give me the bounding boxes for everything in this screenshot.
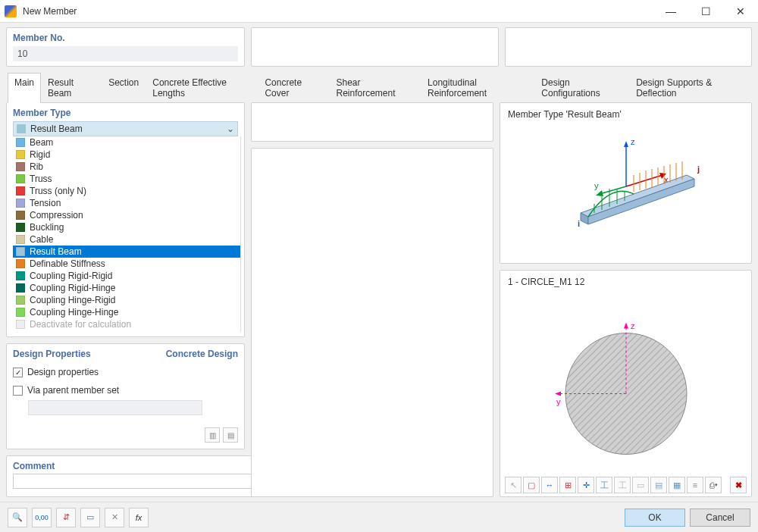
tab-shear-reinforcement[interactable]: Shear Reinforcement — [329, 73, 421, 103]
swatch-icon — [16, 235, 25, 244]
minimize-button[interactable]: ― — [653, 0, 688, 23]
swatch-icon — [16, 320, 25, 329]
list-item[interactable]: Coupling Hinge-Rigid — [13, 294, 240, 306]
tab-concrete-cover[interactable]: Concrete Cover — [258, 73, 329, 103]
member-type-listbox[interactable]: BeamRigidRibTrussTruss (only N)TensionCo… — [13, 136, 241, 332]
list-item[interactable]: Cable — [13, 233, 240, 246]
swatch-icon — [16, 308, 25, 317]
list-item-label: Tension — [30, 198, 61, 208]
tab-concrete-eff-lengths[interactable]: Concrete Effective Lengths — [146, 73, 258, 103]
swatch-icon — [16, 259, 25, 268]
member-type-preview-panel: Member Type 'Result Beam' z y x — [500, 102, 752, 264]
swatch-icon — [16, 271, 25, 280]
reset-icon[interactable]: ✖ — [730, 477, 747, 493]
units-icon[interactable]: ⇵ — [56, 508, 76, 527]
cancel-button[interactable]: Cancel — [690, 509, 750, 527]
beam-3d-preview: z y x — [535, 130, 717, 243]
list-item-label: Truss — [30, 174, 52, 184]
list-item[interactable]: Compression — [13, 209, 240, 221]
swatch-icon — [16, 296, 25, 305]
member-type-label: Member Type — [10, 108, 241, 118]
chevron-down-icon: ⌄ — [227, 124, 234, 134]
mid-panel-2 — [251, 148, 493, 497]
tab-result-beam[interactable]: Result Beam — [41, 73, 102, 103]
list-item-label: Definable Stiffness — [30, 258, 105, 269]
list-item-label: Coupling Hinge-Rigid — [30, 295, 115, 305]
preview-toolbar: ↖ ▢ ↔ ⊞ ✛ 工 工 ▭ ▤ ▦ ≡ ⎙▾ ✖ — [505, 477, 747, 493]
member-type-selected: Result Beam — [30, 124, 227, 134]
list-item-label: Compression — [30, 210, 83, 221]
axis-xyz-icon[interactable]: ✛ — [578, 477, 594, 493]
swatch-icon — [16, 211, 25, 220]
grid-ref-icon[interactable]: ⊞ — [559, 477, 576, 493]
list-item[interactable]: Tension — [13, 197, 240, 209]
tab-section[interactable]: Section — [102, 73, 146, 103]
svg-marker-35 — [555, 391, 561, 396]
list-item[interactable]: Coupling Hinge-Hinge — [13, 306, 240, 318]
section-wide-icon[interactable]: ▭ — [632, 477, 649, 493]
ok-button[interactable]: OK — [625, 509, 685, 527]
maximize-button[interactable]: ☐ — [688, 0, 723, 23]
new-set-icon[interactable]: ▥ — [205, 427, 220, 443]
list-item[interactable]: Result Beam — [13, 246, 240, 258]
delete-icon[interactable]: ✕ — [105, 508, 124, 527]
svg-text:i: i — [578, 219, 580, 228]
tab-design-configurations[interactable]: Design Configurations — [534, 73, 629, 103]
swatch-icon — [16, 162, 25, 171]
list-item-label: Rib — [30, 161, 43, 172]
svg-text:y: y — [594, 181, 599, 190]
list-item[interactable]: Coupling Rigid-Rigid — [13, 270, 240, 282]
dialog-footer: 🔍 0,00 ⇵ ▭ ✕ fx OK Cancel — [0, 502, 758, 532]
edit-set-icon[interactable]: ▤ — [223, 427, 238, 443]
window-title: New Member — [23, 6, 653, 17]
tab-design-supports-deflection[interactable]: Design Supports & Deflection — [629, 73, 750, 103]
list-item-label: Buckling — [30, 222, 64, 233]
list-item[interactable]: Truss — [13, 173, 240, 185]
swatch-icon — [17, 124, 26, 133]
section-I-icon[interactable]: 工 — [596, 477, 612, 493]
member-type-panel: Member Type Result Beam ⌄ BeamRigidRibTr… — [6, 102, 245, 337]
svg-line-6 — [626, 175, 662, 186]
section-circle-preview: z y — [550, 318, 702, 469]
parent-member-set-field[interactable] — [28, 400, 202, 415]
list-item[interactable]: Rigid — [13, 149, 240, 161]
grid-icon[interactable]: ▦ — [669, 477, 685, 493]
top-empty-1 — [251, 27, 499, 67]
preview-icon[interactable]: ▭ — [80, 508, 100, 527]
design-properties-checkbox[interactable]: ✓ — [13, 368, 23, 377]
list-item-label: Coupling Hinge-Hinge — [30, 307, 118, 318]
design-properties-panel: Design Properties Concrete Design ✓ Desi… — [6, 343, 245, 449]
svg-text:z: z — [631, 137, 635, 146]
hint-icon[interactable]: 🔍 — [8, 508, 27, 527]
member-type-dropdown[interactable]: Result Beam ⌄ — [13, 121, 238, 136]
via-parent-checkbox[interactable] — [13, 386, 23, 396]
list-item-label: Deactivate for calculation — [30, 319, 131, 330]
swatch-icon — [16, 138, 25, 147]
design-properties-label: Design Properties — [13, 349, 91, 359]
svg-marker-1 — [624, 141, 628, 147]
tab-longitudinal-reinforcement[interactable]: Longitudinal Reinforcement — [421, 73, 534, 103]
list-item[interactable]: Coupling Rigid-Hinge — [13, 282, 240, 294]
list-icon[interactable]: ≡ — [687, 477, 703, 493]
fx-icon[interactable]: fx — [129, 508, 149, 527]
tab-main[interactable]: Main — [8, 73, 41, 103]
list-item[interactable]: Beam — [13, 136, 240, 149]
list-item[interactable]: Definable Stiffness — [13, 258, 240, 270]
list-item[interactable]: Buckling — [13, 221, 240, 233]
frame-icon[interactable]: ▢ — [523, 477, 540, 493]
dimension-icon[interactable]: ↔ — [541, 477, 558, 493]
list-item-label: Coupling Rigid-Hinge — [30, 283, 115, 293]
list-item[interactable]: Rib — [13, 161, 240, 173]
top-empty-2 — [505, 27, 753, 67]
member-no-label: Member No. — [13, 33, 238, 43]
member-no-field[interactable] — [13, 46, 238, 61]
list-item-label: Rigid — [30, 149, 50, 160]
hatch-icon[interactable]: ▤ — [650, 477, 667, 493]
section-T-icon[interactable]: 工 — [614, 477, 631, 493]
list-item[interactable]: Truss (only N) — [13, 185, 240, 197]
select-icon[interactable]: ↖ — [505, 477, 522, 493]
close-button[interactable]: ✕ — [723, 0, 758, 23]
zero-icon[interactable]: 0,00 — [32, 508, 52, 527]
concrete-design-label: Concrete Design — [166, 349, 238, 359]
print-icon[interactable]: ⎙▾ — [705, 477, 722, 493]
